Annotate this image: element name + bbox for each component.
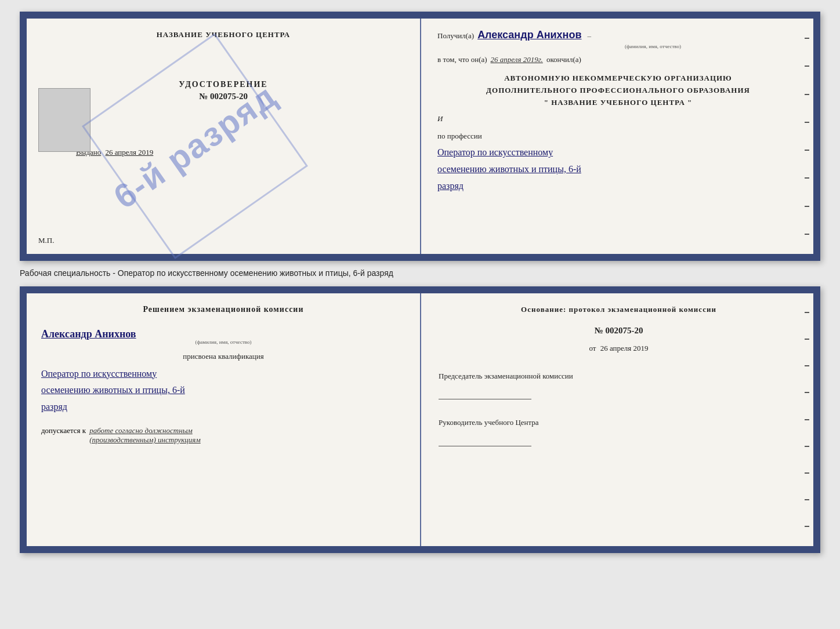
edge-mark (805, 365, 809, 366)
cert-right-side: Получил(а) Александр Анихнов – (фамилия,… (420, 19, 813, 254)
edge-mark (805, 312, 809, 313)
cert-number: № 002075-20 (199, 92, 248, 101)
edge-mark (805, 206, 809, 207)
profession-value: Оператор по искусственному осеменению жи… (437, 144, 799, 194)
stamp-overlay: 6-й разряд (96, 48, 294, 245)
cert-left-side: НАЗВАНИЕ УЧЕБНОГО ЦЕНТРА УДОСТОВЕРЕНИЕ №… (27, 19, 420, 254)
protocol-date: 26 апреля 2019 (600, 344, 649, 352)
protocol-number: № 002075-20 (439, 326, 799, 336)
edge-mark (805, 122, 809, 123)
middle-specialty-label: Рабочая специальность - Оператор по иску… (20, 268, 820, 279)
and-label-line: И (437, 114, 799, 123)
mp-label: М.П. (38, 236, 54, 245)
edge-mark (805, 177, 809, 179)
bottom-right: Основание: протокол экзаменационной коми… (420, 293, 813, 546)
protocol-date-line: от 26 апреля 2019 (439, 344, 799, 353)
bottom-certificate: Решением экзаменационной комиссии Алекса… (20, 286, 820, 553)
chairman-signature-line (439, 399, 531, 399)
stamp-text: 6-й разряд (106, 76, 283, 216)
in-that-label: в том, что он(а) (437, 55, 487, 64)
org-line2: ДОПОЛНИТЕЛЬНОГО ПРОФЕССИОНАЛЬНОГО ОБРАЗО… (437, 85, 799, 97)
edge-mark (805, 392, 809, 393)
photo-placeholder (38, 88, 90, 152)
edge-mark (805, 234, 809, 235)
name-subtitle-top: (фамилия, имя, отчество) (507, 43, 799, 49)
received-label: Получил(а) (437, 31, 474, 41)
date-line: в том, что он(а) 26 апреля 2019г. окончи… (437, 55, 799, 64)
profession-label: по профессии (437, 132, 799, 141)
and-label: И (437, 114, 443, 123)
edge-mark (805, 499, 809, 500)
completion-date: 26 апреля 2019г. (491, 55, 543, 64)
qualification-value: Оператор по искусственному осеменению жи… (41, 366, 405, 416)
protocol-date-prefix: от (589, 344, 596, 352)
edge-mark (805, 526, 809, 527)
bottom-person-name: Александр Анихнов (41, 328, 405, 340)
basis-header: Основание: протокол экзаменационной коми… (439, 305, 799, 314)
edge-mark (805, 339, 809, 340)
org-line3: " НАЗВАНИЕ УЧЕБНОГО ЦЕНТРА " (437, 97, 799, 109)
allowed-value: работе согласно должностным(производстве… (89, 426, 201, 445)
edge-mark (805, 446, 809, 447)
org-line1: АВТОНОМНУЮ НЕКОММЕРЧЕСКУЮ ОРГАНИЗАЦИЮ (437, 72, 799, 85)
finished-label: окончил(а) (546, 55, 581, 64)
received-line: Получил(а) Александр Анихнов – (437, 29, 799, 41)
edge-mark (805, 38, 809, 39)
cert-title: УДОСТОВЕРЕНИЕ (179, 80, 267, 89)
right-edge-marks-bottom (805, 299, 810, 540)
edge-mark (805, 150, 809, 151)
edge-mark (805, 66, 809, 67)
org-block: АВТОНОМНУЮ НЕКОММЕРЧЕСКУЮ ОРГАНИЗАЦИЮ ДО… (437, 72, 799, 108)
recipient-name: Александр Анихнов (477, 29, 581, 41)
page-wrapper: НАЗВАНИЕ УЧЕБНОГО ЦЕНТРА УДОСТОВЕРЕНИЕ №… (20, 12, 820, 553)
top-certificate: НАЗВАНИЕ УЧЕБНОГО ЦЕНТРА УДОСТОВЕРЕНИЕ №… (20, 12, 820, 261)
decision-header: Решением экзаменационной комиссии (41, 305, 405, 314)
right-edge-marks (805, 24, 810, 248)
edge-mark (805, 472, 809, 474)
center-name-label: НАЗВАНИЕ УЧЕБНОГО ЦЕНТРА (157, 30, 291, 39)
director-label: Руководитель учебного Центра (439, 417, 799, 428)
stamp-border (82, 33, 308, 259)
allowed-label: допускается к (41, 426, 86, 435)
bottom-left: Решением экзаменационной комиссии Алекса… (27, 293, 420, 546)
edge-mark (805, 94, 809, 95)
issued-date: 26 апреля 2019 (106, 148, 154, 157)
allowed-line: допускается к работе согласно должностны… (41, 426, 405, 445)
assigned-label: присвоена квалификация (41, 352, 405, 361)
director-signature-line (439, 446, 531, 446)
chairman-label: Председатель экзаменационной комиссии (439, 370, 799, 382)
edge-mark (805, 419, 809, 420)
